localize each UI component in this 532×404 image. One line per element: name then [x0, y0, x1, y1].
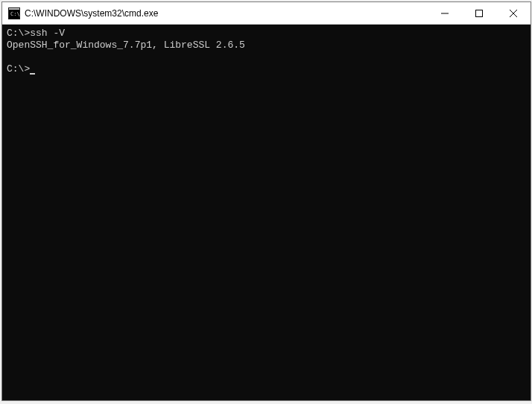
terminal-blank-line: [7, 51, 526, 63]
cmd-window: C:\ C:\WINDOWS\system32\cmd.exe C:\>ssh …: [1, 1, 531, 401]
svg-rect-5: [476, 10, 483, 16]
minimize-button[interactable]: [428, 2, 462, 24]
terminal-line: OpenSSH_for_Windows_7.7p1, LibreSSL 2.6.…: [7, 40, 526, 51]
terminal-line: C:\>ssh -V: [7, 28, 526, 40]
maximize-button[interactable]: [462, 2, 496, 24]
terminal-text: C:\>ssh -V: [7, 28, 65, 39]
cursor-icon: [30, 73, 35, 75]
titlebar[interactable]: C:\ C:\WINDOWS\system32\cmd.exe: [2, 2, 531, 25]
terminal-line: C:\>: [7, 63, 526, 75]
terminal-prompt: C:\>: [7, 63, 30, 75]
svg-rect-1: [9, 8, 19, 10]
window-title: C:\WINDOWS\system32\cmd.exe: [25, 8, 428, 19]
cmd-icon: C:\: [8, 7, 20, 19]
close-button[interactable]: [496, 2, 531, 24]
window-controls: [428, 2, 531, 24]
svg-text:C:\: C:\: [10, 11, 20, 17]
terminal-area[interactable]: C:\>ssh -V OpenSSH_for_Windows_7.7p1, Li…: [2, 25, 531, 400]
terminal-text: OpenSSH_for_Windows_7.7p1, LibreSSL 2.6.…: [7, 40, 245, 51]
